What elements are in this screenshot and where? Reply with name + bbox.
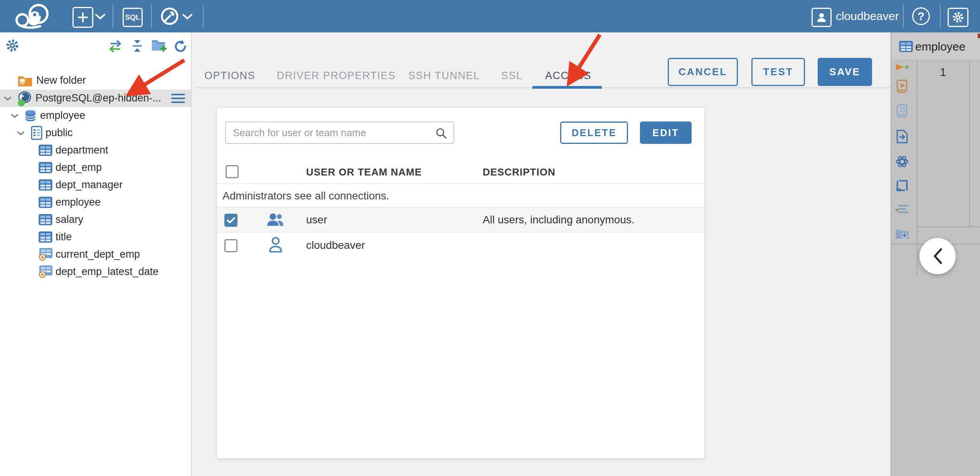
- user-icon: [816, 12, 827, 23]
- export-data-icon[interactable]: [895, 130, 909, 143]
- tree-item-label: dept_emp_latest_date: [56, 263, 158, 280]
- header-divider: [903, 5, 904, 28]
- column-header-description: DESCRIPTION: [483, 166, 556, 178]
- plus-icon: [77, 12, 88, 23]
- tree-item-table-dept-emp[interactable]: dept_emp: [0, 159, 191, 176]
- row-name: user: [306, 214, 327, 226]
- tab-ssh-tunnel[interactable]: SSH TUNNEL: [408, 64, 480, 88]
- bookmark-add-icon[interactable]: [895, 61, 909, 75]
- table-icon: [39, 179, 52, 191]
- table-icon: [39, 162, 52, 173]
- cloudbeaver-app: SQL cloudbeaver ?: [0, 0, 980, 476]
- folder-database-icon: [18, 75, 32, 87]
- tab-driver-properties[interactable]: DRIVER PROPERTIES: [277, 64, 396, 88]
- header-divider: [151, 5, 152, 28]
- user-menu-button[interactable]: [812, 8, 832, 27]
- schema-icon: [31, 126, 42, 140]
- delete-button[interactable]: DELETE: [560, 122, 628, 144]
- collapse-all-icon[interactable]: [130, 39, 144, 52]
- tab-employee-table[interactable]: employee: [891, 33, 980, 60]
- new-folder-icon[interactable]: [151, 39, 167, 52]
- tree-item-view-current-dept-emp[interactable]: current_dept_emp: [0, 246, 191, 263]
- tree-item-table-title[interactable]: title: [0, 228, 191, 246]
- execution-plan-icon[interactable]: [895, 203, 909, 217]
- tab-employee-label: employee: [915, 33, 965, 60]
- connection-chevron-down-icon[interactable]: [182, 13, 193, 20]
- tree-item-label: dept_emp: [56, 159, 102, 176]
- test-button[interactable]: TEST: [751, 58, 805, 86]
- tree-item-label: New folder: [36, 72, 86, 89]
- row-name: cloudbeaver: [306, 239, 365, 252]
- connection-wrench-icon[interactable]: [160, 6, 180, 26]
- sql-editor-button[interactable]: SQL: [123, 8, 143, 27]
- search-input[interactable]: [226, 122, 453, 143]
- tree-item-label: employee: [40, 107, 85, 124]
- gear-icon: [952, 11, 964, 24]
- new-connection-button[interactable]: [72, 7, 93, 28]
- table-icon: [39, 214, 52, 225]
- table-icon: [39, 197, 52, 208]
- save-button[interactable]: SAVE: [818, 58, 872, 86]
- new-connection-chevron-down-icon[interactable]: [95, 13, 106, 20]
- tree-item-label: public: [45, 124, 73, 142]
- admins-info-text: Administrators see all connections.: [222, 190, 389, 202]
- save-folder-icon[interactable]: [895, 226, 909, 240]
- tree-item-database-employee[interactable]: employee: [0, 107, 191, 124]
- view-icon: [39, 265, 52, 278]
- table-header-row: USER OR TEAM NAME DESCRIPTION: [217, 159, 704, 184]
- sync-arrows-icon[interactable]: [107, 39, 123, 52]
- username-label: cloudbeaver: [836, 0, 899, 32]
- tree-item-label: department: [56, 142, 108, 159]
- table-row-cloudbeaver[interactable]: cloudbeaver: [217, 233, 704, 258]
- cloudbeaver-logo-icon[interactable]: [13, 3, 56, 29]
- tree-item-label: title: [56, 228, 72, 246]
- select-all-checkbox[interactable]: [226, 165, 239, 178]
- chevron-down-icon[interactable]: [17, 131, 25, 136]
- tree-item-view-dept-emp-latest-date[interactable]: dept_emp_latest_date: [0, 263, 191, 280]
- header-divider: [113, 5, 113, 28]
- table-icon: [39, 231, 52, 243]
- person-icon: [268, 236, 284, 254]
- search-field: [225, 122, 454, 144]
- collapse-panel-button[interactable]: [919, 238, 956, 274]
- chevron-down-icon[interactable]: [4, 96, 12, 101]
- tree-item-label: employee: [56, 194, 101, 211]
- table-row-user[interactable]: user All users, including anonymous.: [217, 208, 704, 233]
- table-icon: [899, 41, 913, 52]
- postgresql-icon: [16, 91, 32, 107]
- frame-icon[interactable]: [895, 179, 909, 192]
- form-view-icon[interactable]: [895, 104, 909, 118]
- sql-editor-label: SQL: [125, 13, 140, 22]
- row-number-cell[interactable]: 1: [917, 66, 969, 79]
- script-run-icon[interactable]: [895, 79, 909, 93]
- row-checkbox-unchecked[interactable]: [224, 239, 237, 252]
- tab-options[interactable]: OPTIONS: [204, 64, 255, 88]
- tree-item-table-employee[interactable]: employee: [0, 194, 191, 211]
- question-icon: ?: [918, 10, 924, 23]
- ai-assistant-icon[interactable]: [895, 155, 909, 169]
- grid-line: [917, 226, 980, 227]
- tree-item-table-dept-manager[interactable]: dept_manager: [0, 176, 191, 194]
- tree-item-label: salary: [56, 211, 83, 228]
- chevron-left-icon: [932, 248, 943, 265]
- row-checkbox-checked[interactable]: [224, 214, 237, 227]
- edit-button[interactable]: EDIT: [640, 122, 692, 144]
- tab-ssl[interactable]: SSL: [501, 64, 523, 88]
- check-icon: [224, 214, 237, 227]
- tree-item-table-salary[interactable]: salary: [0, 211, 191, 228]
- cancel-button[interactable]: CANCEL: [668, 58, 738, 86]
- help-button[interactable]: ?: [912, 7, 930, 25]
- access-card: DELETE EDIT USER OR TEAM NAME DESCRIPTIO…: [217, 108, 704, 458]
- database-icon: [24, 109, 37, 122]
- search-icon[interactable]: [436, 128, 447, 139]
- settings-button[interactable]: [948, 8, 968, 27]
- tree-item-schema-public[interactable]: public: [0, 124, 191, 142]
- sidebar-settings-gear-icon[interactable]: [5, 39, 19, 52]
- chevron-down-icon[interactable]: [11, 113, 19, 118]
- annotation-arrow-connection: [116, 54, 193, 104]
- grid-line: [969, 60, 970, 226]
- tree-item-table-department[interactable]: department: [0, 142, 191, 159]
- annotation-arrow-access-tab: [554, 30, 606, 92]
- data-editor-panel: employee 1: [891, 32, 980, 476]
- refresh-icon[interactable]: [173, 39, 187, 53]
